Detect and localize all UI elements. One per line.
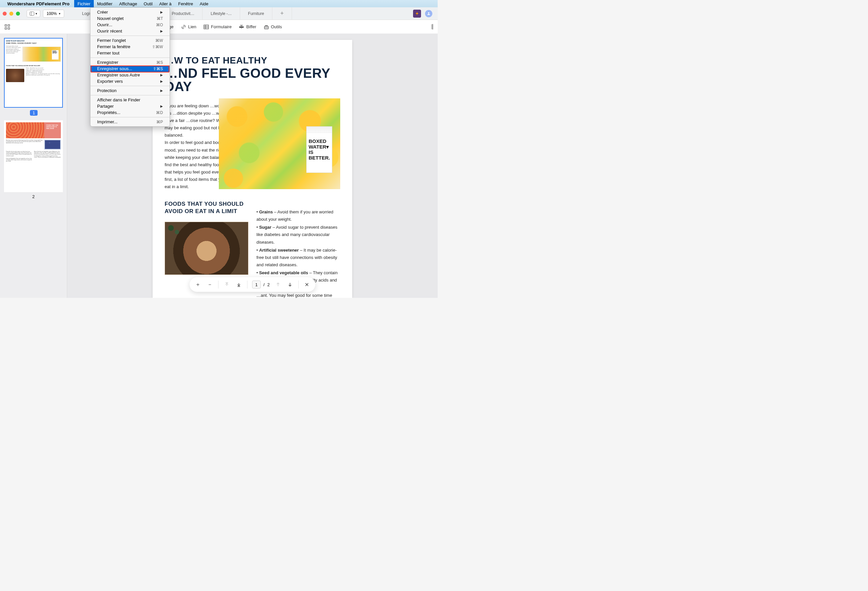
menu-item-cr-er[interactable]: Créer▶ — [90, 9, 170, 15]
menu-fichier[interactable]: Fichier — [74, 0, 94, 7]
new-tab-button[interactable]: + — [272, 7, 292, 20]
menu-item-label: Imprimer... — [97, 119, 117, 124]
page-thumbnail-2[interactable]: FOODS THAT YOU SHOULD EAT TO FEEL GOOD M… — [4, 120, 63, 192]
menu-item-ouvrir[interactable]: Ouvrir...⌘O — [90, 22, 170, 28]
zoom-in-button[interactable]: ＋ — [194, 281, 202, 288]
svg-rect-4 — [8, 25, 10, 26]
menu-item-propri-t-s[interactable]: Propriétés...⌘D — [90, 109, 170, 116]
app-name[interactable]: Wondershare PDFelement Pro — [7, 1, 69, 6]
menu-fenetre[interactable]: Fenêtre — [175, 0, 196, 7]
menu-item-fermer-la-fen-tre[interactable]: Fermer la fenêtre⇧⌘W — [90, 44, 170, 50]
menu-item-label: Ouvrir récent — [97, 29, 122, 34]
zoom-selector[interactable]: 100% ▾ — [43, 10, 64, 18]
fichier-dropdown-menu: Créer▶Nouvel onglet⌘TOuvrir...⌘OOuvrir r… — [90, 7, 170, 127]
tab-lifestyle[interactable]: Lifestyle -… — [202, 7, 240, 20]
bullet-tail: …ant. You may feel good for some time af… — [257, 292, 340, 298]
sidebar-toggle-button[interactable]: ▾ — [27, 10, 40, 17]
toolbox-icon — [264, 24, 269, 29]
menu-separator — [90, 95, 170, 96]
page-separator: / — [263, 282, 265, 287]
menu-item-label: Enregistrer sous Autre — [97, 72, 140, 77]
thumb-text: • Grains – Avoid them if you are worried… — [26, 68, 61, 83]
menu-outil[interactable]: Outil — [140, 0, 156, 7]
menu-item-exporter-vers[interactable]: Exporter vers▶ — [90, 78, 170, 84]
bullet-sweetener: • Artificial sweetener – It may be calor… — [257, 247, 340, 268]
menu-item-imprimer[interactable]: Imprimer...⌘P — [90, 119, 170, 125]
doc-heading-3: FOODS THAT YOU SHOULD AVOID OR EAT IN A … — [165, 200, 248, 215]
fullscreen-window-button[interactable] — [16, 12, 20, 16]
thumb-subheading: FOODS THAT YOU SHOULD AVOID OR EAT IN A … — [6, 65, 61, 66]
menu-item-label: Ouvrir... — [97, 22, 112, 27]
svg-rect-5 — [5, 28, 7, 29]
redact-icon — [239, 24, 244, 29]
page-navigation-bar: ＋ － / 2 ✕ — [190, 277, 315, 292]
menu-item-fermer-tout[interactable]: Fermer tout — [90, 50, 170, 56]
menu-affichage[interactable]: Affichage — [116, 0, 140, 7]
menu-separator — [90, 35, 170, 36]
submenu-arrow-icon: ▶ — [160, 105, 163, 108]
keyboard-shortcut: ⌘D — [156, 111, 163, 115]
close-window-button[interactable] — [3, 12, 7, 16]
menu-item-fermer-l-onglet[interactable]: Fermer l'onglet⌘W — [90, 37, 170, 44]
thumbnail-panel: HOW TO EAT HEALTHY AND FEEL GOOD EVERY D… — [0, 34, 67, 298]
menu-item-label: Exporter vers — [97, 79, 123, 84]
tool-label: Biffer — [246, 24, 256, 29]
menu-item-protection[interactable]: Protection▶ — [90, 87, 170, 94]
total-pages: 2 — [267, 282, 270, 287]
account-avatar-icon[interactable] — [425, 10, 433, 17]
tool-outils[interactable]: Outils — [264, 24, 282, 29]
bullet-sugar: • Sugar – Avoid sugar to prevent disease… — [257, 224, 340, 246]
thumb-text: Meat lean meat can prevent blood sugar b… — [6, 140, 43, 150]
first-page-button[interactable] — [223, 281, 230, 288]
doc-heading-2: …ND FEEL GOOD EVERY DAY — [165, 66, 340, 93]
tool-label: Outils — [271, 24, 282, 29]
submenu-arrow-icon: ▶ — [160, 89, 163, 93]
page-thumbnail-1[interactable]: HOW TO EAT HEALTHY AND FEEL GOOD EVERY D… — [4, 38, 63, 108]
submenu-arrow-icon: ▶ — [160, 10, 163, 14]
thumb-heading: AND FEEL GOOD EVERY DAY — [6, 42, 61, 45]
menu-item-enregistrer-sous[interactable]: Enregistrer sous...⇧⌘S — [90, 65, 170, 72]
svg-rect-3 — [5, 25, 7, 26]
layout-toggle-button[interactable] — [433, 24, 433, 29]
menu-item-afficher-dans-le-finder[interactable]: Afficher dans le Finder — [90, 97, 170, 103]
prev-page-button[interactable] — [275, 281, 282, 288]
menu-aide[interactable]: Aide — [196, 0, 212, 7]
tool-lien[interactable]: Lien — [181, 24, 196, 29]
menu-item-ouvrir-r-cent[interactable]: Ouvrir récent▶ — [90, 28, 170, 34]
keyboard-shortcut: ⌘T — [156, 16, 163, 21]
svg-rect-0 — [30, 12, 34, 15]
bullet-grains: • Grains – Avoid them if you are worried… — [257, 208, 340, 223]
menu-item-label: Créer — [97, 10, 108, 15]
tool-formulaire[interactable]: Formulaire — [204, 24, 232, 29]
menu-aller-a[interactable]: Aller à — [156, 0, 175, 7]
tool-biffer[interactable]: Biffer — [239, 24, 256, 29]
thumb-image: BOXED WATER IS BETTER — [22, 47, 61, 62]
zoom-out-button[interactable]: － — [206, 281, 214, 288]
thumb-image — [44, 140, 61, 150]
form-icon — [204, 24, 209, 29]
menu-item-enregistrer[interactable]: Enregistrer⌘S — [90, 59, 170, 65]
submenu-arrow-icon: ▶ — [160, 29, 163, 33]
zoom-value: 100% — [47, 11, 57, 16]
menu-item-partager[interactable]: Partager▶ — [90, 103, 170, 109]
menu-modifier[interactable]: Modifier — [94, 0, 116, 7]
close-controls-button[interactable]: ✕ — [303, 281, 311, 288]
menu-separator — [90, 57, 170, 58]
doc-coffee-image — [165, 222, 248, 275]
thumbnails-grid-icon[interactable] — [4, 24, 10, 29]
system-menubar: Wondershare PDFelement Pro Fichier Modif… — [0, 0, 438, 7]
current-page-input[interactable] — [252, 280, 261, 289]
menu-item-nouvel-onglet[interactable]: Nouvel onglet⌘T — [90, 15, 170, 22]
app-brand-icon[interactable]: ✦ — [413, 10, 421, 18]
menu-item-enregistrer-sous-autre[interactable]: Enregistrer sous Autre▶ — [90, 72, 170, 78]
tab-furniture[interactable]: Furniture — [240, 7, 272, 20]
next-page-button[interactable] — [286, 281, 294, 288]
thumbnail-page-number: 1 — [30, 110, 38, 116]
keyboard-shortcut: ⌘P — [156, 120, 163, 124]
minimize-window-button[interactable] — [9, 12, 13, 16]
tool-label: Formulaire — [211, 24, 232, 29]
thumb-text: Most of the fruits and vegetables contai… — [34, 151, 61, 162]
traffic-lights — [3, 12, 20, 16]
last-page-button[interactable] — [235, 281, 242, 288]
page-indicator: / 2 — [252, 280, 270, 289]
